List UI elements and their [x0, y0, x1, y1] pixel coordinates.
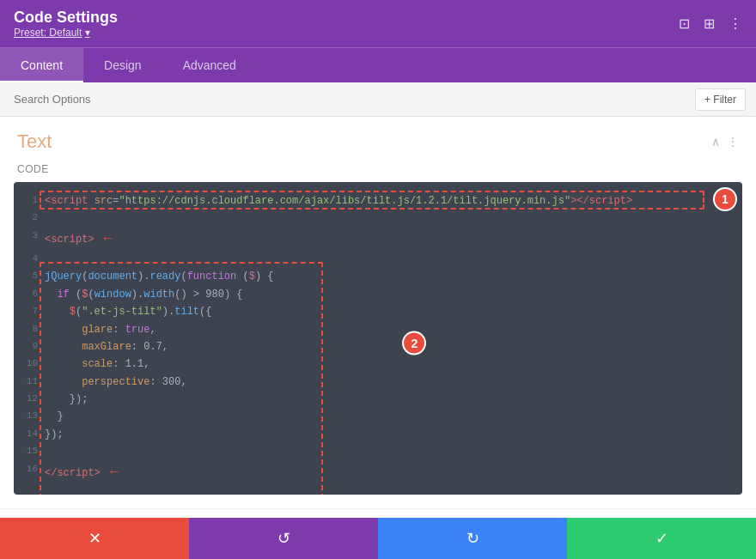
page-title: Code Settings — [14, 9, 118, 27]
code-line: 16 </script> ← — [14, 461, 742, 484]
code-line: 15 — [14, 443, 742, 460]
section-actions: ∧ ⋮ — [711, 135, 739, 149]
code-line: 3 <script> ← — [14, 228, 742, 251]
header: Code Settings Preset: Default ▾ ⊡ ⊞ ⋮ — [0, 0, 756, 47]
screenshot-icon[interactable]: ⊡ — [679, 15, 690, 32]
search-input[interactable] — [10, 82, 695, 116]
search-bar: + Filter — [0, 82, 756, 117]
code-line: 5 jQuery(document).ready(function ($) { — [14, 268, 742, 285]
code-line: 1 <script src="https://cdnjs.cloudflare.… — [14, 192, 742, 210]
code-line: 2 — [14, 210, 742, 227]
code-label: Code — [0, 160, 756, 182]
code-line: 12 }); — [14, 391, 742, 408]
tab-advanced[interactable]: Advanced — [162, 48, 257, 82]
code-line: 6 if ($(window).width() > 980) { — [14, 286, 742, 303]
section-more-icon[interactable]: ⋮ — [727, 135, 739, 149]
code-content: 1 <script src="https://cdnjs.cloudflare.… — [14, 182, 742, 495]
code-line: 8 glare: true, — [14, 321, 742, 338]
tab-bar: Content Design Advanced — [0, 47, 756, 82]
filter-button[interactable]: + Filter — [695, 88, 746, 111]
annotation-badge-1: 1 — [713, 187, 737, 211]
undo-button[interactable]: ↺ — [189, 518, 378, 559]
columns-icon[interactable]: ⊞ — [704, 15, 715, 32]
preset-selector[interactable]: Preset: Default ▾ — [14, 27, 118, 39]
code-line: 4 — [14, 251, 742, 268]
more-icon[interactable]: ⋮ — [729, 15, 742, 32]
code-line: 14 }); — [14, 426, 742, 443]
preset-arrow: ▾ — [85, 27, 90, 39]
main-content: Text ∧ ⋮ Code 1 2 1 <script src="https:/… — [0, 117, 756, 559]
code-line: 7 $(".et-js-tilt").tilt({ — [14, 303, 742, 320]
section-title: Text — [17, 131, 52, 153]
code-line: 10 scale: 1.1, — [14, 355, 742, 373]
confirm-button[interactable]: ✓ — [567, 518, 756, 559]
header-left: Code Settings Preset: Default ▾ — [14, 9, 118, 39]
tab-content[interactable]: Content — [0, 48, 83, 82]
code-line: 11 perspective: 300, — [14, 374, 742, 391]
redo-button[interactable]: ↻ — [378, 518, 567, 559]
tab-design[interactable]: Design — [83, 48, 162, 82]
code-editor[interactable]: 1 2 1 <script src="https://cdnjs.cloudfl… — [14, 182, 742, 495]
redo-icon: ↻ — [466, 529, 479, 548]
code-line: 13 } — [14, 408, 742, 425]
undo-icon: ↺ — [277, 529, 290, 548]
collapse-icon[interactable]: ∧ — [711, 135, 720, 149]
code-line: 9 maxGlare: 0.7, — [14, 338, 742, 355]
preset-label: Preset: Default — [14, 27, 82, 39]
section-header: Text ∧ ⋮ — [0, 117, 756, 160]
header-actions: ⊡ ⊞ ⋮ — [679, 15, 742, 32]
annotation-badge-2: 2 — [402, 331, 426, 355]
confirm-icon: ✓ — [655, 529, 668, 548]
bottom-toolbar: ✕ ↺ ↻ ✓ — [0, 518, 756, 559]
cancel-button[interactable]: ✕ — [0, 518, 189, 559]
cancel-icon: ✕ — [88, 529, 101, 548]
